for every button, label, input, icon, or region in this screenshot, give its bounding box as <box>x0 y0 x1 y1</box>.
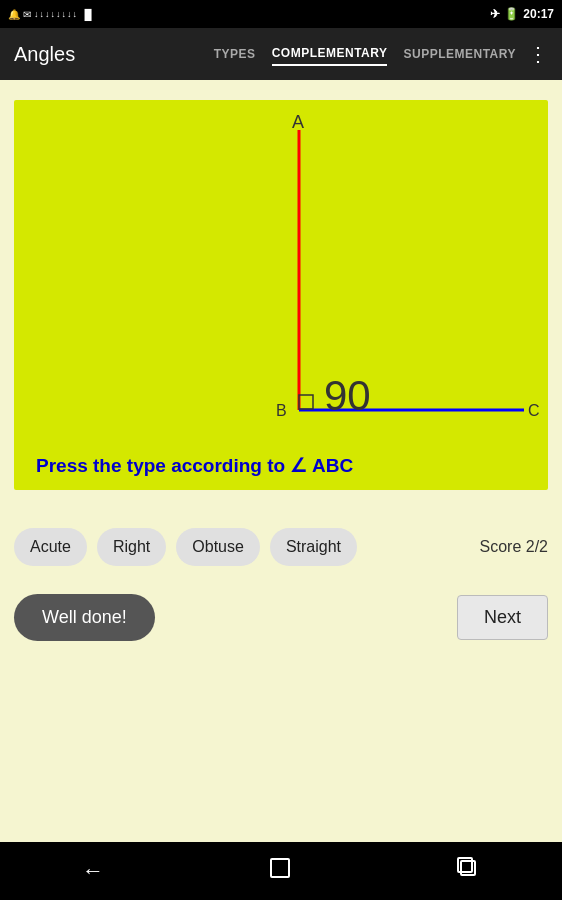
diagram-area: A B C 90 Press the type according to ∠ A… <box>14 100 548 490</box>
svg-rect-7 <box>271 859 289 877</box>
bottom-nav: ← <box>0 842 562 900</box>
app-title: Angles <box>14 43 214 66</box>
main-content: A B C 90 Press the type according to ∠ A… <box>0 80 562 500</box>
tab-types[interactable]: TYPES <box>214 43 256 65</box>
notification-icon: 🔔 <box>8 9 20 20</box>
angle-diagram: A B C 90 Press the type according to ∠ A… <box>14 100 548 490</box>
download-icons: ↓↓↓↓↓↓↓↓ <box>34 9 78 19</box>
clock: 20:17 <box>523 7 554 21</box>
action-row: Well done! Next <box>0 566 562 641</box>
status-right: ✈ 🔋 20:17 <box>490 7 554 21</box>
back-icon[interactable]: ← <box>82 858 104 884</box>
svg-text:C: C <box>528 402 540 419</box>
more-options-icon[interactable]: ⋮ <box>528 42 548 66</box>
score-label: Score 2/2 <box>480 538 548 556</box>
recent-apps-icon[interactable] <box>456 856 480 886</box>
svg-text:B: B <box>276 402 287 419</box>
svg-text:90: 90 <box>324 372 371 419</box>
next-button[interactable]: Next <box>457 595 548 640</box>
email-icon: ✉ <box>23 9 31 20</box>
tab-supplementary[interactable]: SUPPLEMENTARY <box>403 43 516 65</box>
top-nav: Angles TYPES COMPLEMENTARY SUPPLEMENTARY… <box>0 28 562 80</box>
airplane-icon: ✈ <box>490 7 500 21</box>
straight-button[interactable]: Straight <box>270 528 357 566</box>
status-bar: 🔔 ✉ ↓↓↓↓↓↓↓↓ ▐▌ ✈ 🔋 20:17 <box>0 0 562 28</box>
right-button[interactable]: Right <box>97 528 166 566</box>
tab-complementary[interactable]: COMPLEMENTARY <box>272 42 388 66</box>
status-icons-left: 🔔 ✉ ↓↓↓↓↓↓↓↓ ▐▌ <box>8 9 95 20</box>
svg-rect-2 <box>299 395 313 409</box>
battery-icon: 🔋 <box>504 7 519 21</box>
home-icon[interactable] <box>268 856 292 886</box>
well-done-button[interactable]: Well done! <box>14 594 155 641</box>
acute-button[interactable]: Acute <box>14 528 87 566</box>
barcode-icon: ▐▌ <box>81 9 95 20</box>
point-a-label: A <box>292 112 304 132</box>
nav-tabs: TYPES COMPLEMENTARY SUPPLEMENTARY <box>214 42 516 66</box>
buttons-section: Acute Right Obtuse Straight Score 2/2 <box>0 500 562 566</box>
obtuse-button[interactable]: Obtuse <box>176 528 260 566</box>
svg-text:Press the type according to ∠ : Press the type according to ∠ ABC <box>36 455 353 476</box>
